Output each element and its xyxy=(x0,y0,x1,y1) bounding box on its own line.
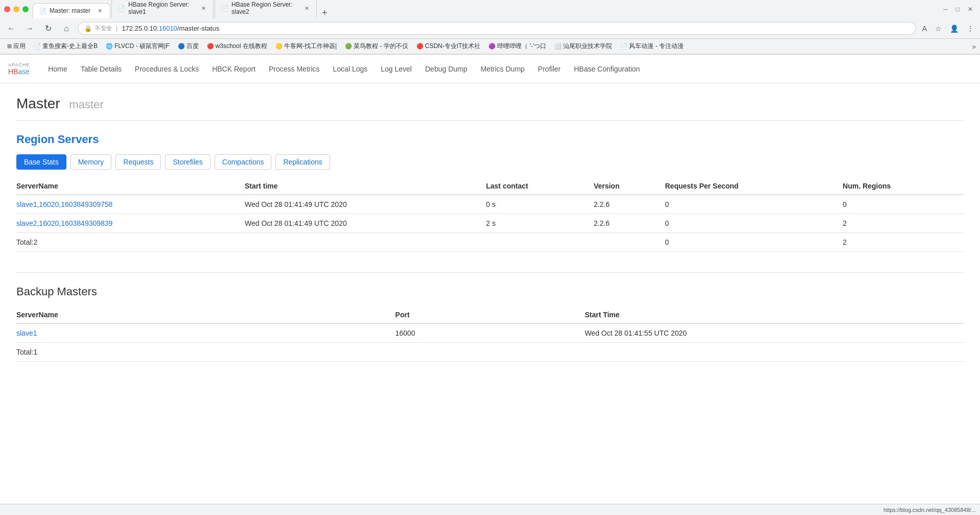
forward-button[interactable]: → xyxy=(22,21,37,36)
window-minimize-btn[interactable] xyxy=(13,6,19,12)
bookmark-swvtc[interactable]: ⬜ 汕尾职业技术学院 xyxy=(551,41,615,52)
col-start-time: Start time xyxy=(245,178,486,195)
col-num-regions: Num. Regions xyxy=(843,178,964,195)
last-contact-cell-1: 0 s xyxy=(486,195,594,214)
tab-btn-compactions[interactable]: Compactions xyxy=(215,154,272,170)
bookmark-apps[interactable]: ⊞ 应用 xyxy=(4,41,29,52)
window-close-btn[interactable] xyxy=(4,6,10,12)
bookmark-label-apps: 应用 xyxy=(13,42,26,51)
tab-btn-replications[interactable]: Replications xyxy=(275,154,330,170)
home-button[interactable]: ⌂ xyxy=(59,21,74,36)
logo-text: HBase xyxy=(8,67,30,76)
bm-total-port xyxy=(395,343,585,362)
server-name-cell-2: slave2,16020,1603849309839 xyxy=(16,214,245,233)
backup-masters-total-row: Total:1 xyxy=(16,343,964,362)
back-button[interactable]: ← xyxy=(4,21,18,36)
nav-process-metrics[interactable]: Process Metrics xyxy=(263,61,326,77)
col-version: Version xyxy=(594,178,665,195)
browser-tab-3[interactable]: 📄 HBase Region Server: slave2 ✕ xyxy=(215,0,317,18)
section-divider xyxy=(16,272,964,273)
bookmark-runoob[interactable]: 🟢 菜鸟教程 - 学的不仅 xyxy=(342,41,411,52)
tab-close-2[interactable]: ✕ xyxy=(200,4,207,12)
browser-tab-1[interactable]: 📄 Master: master ✕ xyxy=(33,3,110,18)
nav-local-logs[interactable]: Local Logs xyxy=(327,61,374,77)
rps-cell-1: 0 xyxy=(665,195,843,214)
bookmark-baidu[interactable]: 🔵 百度 xyxy=(175,41,202,52)
server-name-cell-1: slave1,16020,1603849309758 xyxy=(16,195,245,214)
total-num-regions: 2 xyxy=(843,233,964,252)
bookmarks-more-icon[interactable]: » xyxy=(972,42,976,51)
browser-tab-2[interactable]: 📄 HBase Region Server: slave1 ✕ xyxy=(111,0,214,18)
nav-hbase-configuration[interactable]: HBase Configuration xyxy=(568,61,646,77)
tab-btn-base-stats[interactable]: Base Stats xyxy=(16,154,66,170)
bookmark-bilibili[interactable]: 🟣 哔哩哔哩（ '-'つ口 xyxy=(485,41,549,52)
window-restore-os-btn[interactable]: □ xyxy=(953,5,963,14)
bookmark-icon-7: 🔴 xyxy=(416,43,424,50)
nav-table-details[interactable]: Table Details xyxy=(75,61,128,77)
address-bar: ← → ↻ ⌂ 🔒 不安全 | 172.25.0.10:16010/master… xyxy=(0,18,980,39)
refresh-button[interactable]: ↻ xyxy=(41,21,55,36)
nav-log-level[interactable]: Log Level xyxy=(375,61,418,77)
logo-h: H xyxy=(8,67,13,76)
url-prefix: 172.25.0.10: xyxy=(122,25,158,32)
bookmark-童鱼[interactable]: 📄 童鱼搜索-史上最全B xyxy=(31,41,101,52)
tab-title-3: HBase Region Server: slave2 xyxy=(231,1,298,15)
region-servers-total-row: Total:2 0 2 xyxy=(16,233,964,252)
window-close-os-btn[interactable]: ✕ xyxy=(965,5,976,14)
bookmark-label-3: 百度 xyxy=(186,42,199,51)
bookmark-label-7: CSDN-专业IT技术社 xyxy=(425,42,481,51)
translate-button[interactable]: A xyxy=(920,22,929,35)
bookmarks-bar: ⊞ 应用 📄 童鱼搜索-史上最全B 🌐 FLVCD - 硕鼠官网|F 🔵 百度 … xyxy=(0,39,980,54)
tabs-bar: 📄 Master: master ✕ 📄 HBase Region Server… xyxy=(33,0,940,18)
url-input-box[interactable]: 🔒 不安全 | 172.25.0.10:16010/master-status xyxy=(78,22,916,35)
total-start-time xyxy=(245,233,486,252)
bookmark-niuke[interactable]: 🟡 牛客网-找工作神器| xyxy=(272,41,340,52)
tab-icon-2: 📄 xyxy=(118,5,125,12)
nav-profiler[interactable]: Profiler xyxy=(532,61,567,77)
bookmark-w3school[interactable]: 🔴 w3school 在线教程 xyxy=(204,41,270,52)
server-name-link-2[interactable]: slave2,16020,1603849309839 xyxy=(16,219,112,227)
nav-procedures-locks[interactable]: Procedures & Locks xyxy=(129,61,205,77)
version-cell-2: 2.2.6 xyxy=(594,214,665,233)
total-last-contact xyxy=(486,233,594,252)
nav-links: Home Table Details Procedures & Locks HB… xyxy=(42,61,646,77)
nav-debug-dump[interactable]: Debug Dump xyxy=(419,61,474,77)
new-tab-button[interactable]: + xyxy=(318,8,332,18)
server-name-link-1[interactable]: slave1,16020,1603849309758 xyxy=(16,200,112,208)
url-port: 16010 xyxy=(159,25,177,32)
nav-home[interactable]: Home xyxy=(42,61,73,77)
region-server-tabs: Base Stats Memory Requests Storefiles Co… xyxy=(16,154,964,170)
bm-server-name-link-1[interactable]: slave1 xyxy=(16,329,37,337)
tab-close-1[interactable]: ✕ xyxy=(96,7,104,15)
bookmark-flvcd[interactable]: 🌐 FLVCD - 硕鼠官网|F xyxy=(103,41,173,52)
apps-icon: ⊞ xyxy=(7,43,12,50)
bookmark-label-4: w3school 在线教程 xyxy=(216,42,267,51)
nav-metrics-dump[interactable]: Metrics Dump xyxy=(474,61,530,77)
bookmark-icon-5: 🟡 xyxy=(275,43,283,50)
window-maximize-btn[interactable] xyxy=(22,6,29,12)
account-button[interactable]: 👤 xyxy=(948,22,961,35)
num-regions-cell-1: 0 xyxy=(843,195,964,214)
tab-close-3[interactable]: ✕ xyxy=(304,4,310,12)
menu-button[interactable]: ⋮ xyxy=(965,22,976,35)
bookmark-label-10: 风车动漫 - 专注动漫 xyxy=(629,42,684,51)
bm-total-start-time xyxy=(585,343,964,362)
nav-hbck-report[interactable]: HBCK Report xyxy=(206,61,262,77)
backup-masters-title: Backup Masters xyxy=(16,285,964,298)
tab-btn-requests[interactable]: Requests xyxy=(115,154,161,170)
bookmark-icon-1: 📄 xyxy=(34,43,41,50)
total-rps: 0 xyxy=(665,233,843,252)
bookmark-csdn[interactable]: 🔴 CSDN-专业IT技术社 xyxy=(413,41,484,52)
tab-icon-3: 📄 xyxy=(221,5,228,12)
url-text: 172.25.0.10:16010/master-status xyxy=(122,25,219,32)
bookmark-fengche[interactable]: 📄 风车动漫 - 专注动漫 xyxy=(617,41,687,52)
logo-ase: ase xyxy=(18,67,30,76)
tab-btn-storefiles[interactable]: Storefiles xyxy=(165,154,210,170)
tab-btn-memory[interactable]: Memory xyxy=(71,154,112,170)
bm-col-start-time: Start Time xyxy=(585,307,964,323)
table-row: slave1,16020,1603849309758 Wed Oct 28 01… xyxy=(16,195,964,214)
bookmark-button[interactable]: ☆ xyxy=(933,22,944,35)
page-content: Master master Region Servers Base Stats … xyxy=(0,83,980,378)
window-minimize-os-btn[interactable]: ─ xyxy=(940,5,951,14)
bookmark-icon-10: 📄 xyxy=(620,43,627,50)
